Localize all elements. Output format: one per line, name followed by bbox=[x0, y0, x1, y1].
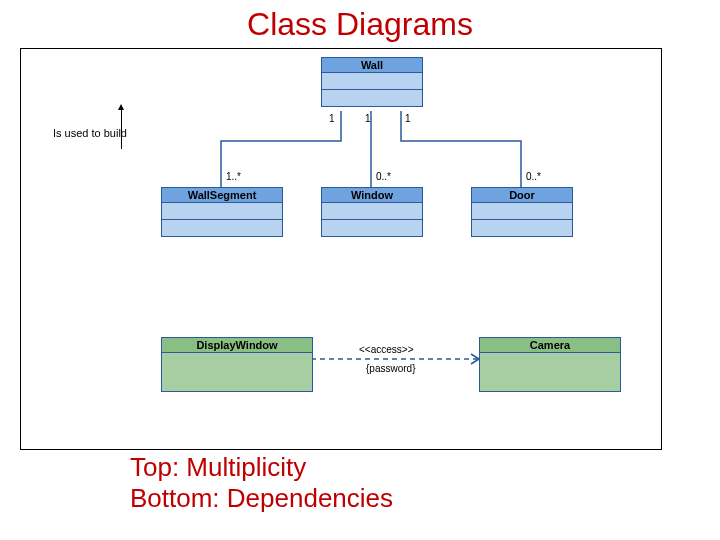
stereotype-label: <<access>> bbox=[359, 344, 413, 355]
class-name: Wall bbox=[322, 58, 422, 73]
class-name: Window bbox=[322, 188, 422, 203]
caption-line: Bottom: Dependencies bbox=[130, 483, 393, 514]
side-note: Is used to build bbox=[53, 127, 127, 139]
multiplicity-label: 1 bbox=[405, 113, 411, 124]
multiplicity-label: 1..* bbox=[226, 171, 241, 182]
class-name: WallSegment bbox=[162, 188, 282, 203]
class-camera: Camera bbox=[479, 337, 621, 392]
class-name: DisplayWindow bbox=[162, 338, 312, 353]
class-door: Door bbox=[471, 187, 573, 237]
caption-line: Top: Multiplicity bbox=[130, 452, 393, 483]
class-display-window: DisplayWindow bbox=[161, 337, 313, 392]
diagram-frame: Wall 1 1 1 1..* 0..* 0..* WallSegment Wi… bbox=[20, 48, 662, 450]
multiplicity-label: 1 bbox=[329, 113, 335, 124]
class-wall: Wall bbox=[321, 57, 423, 107]
page-title: Class Diagrams bbox=[0, 0, 720, 43]
multiplicity-label: 1 bbox=[365, 113, 371, 124]
class-wall-segment: WallSegment bbox=[161, 187, 283, 237]
class-diagram: Wall 1 1 1 1..* 0..* 0..* WallSegment Wi… bbox=[21, 49, 661, 449]
class-name: Camera bbox=[480, 338, 620, 353]
multiplicity-label: 0..* bbox=[376, 171, 391, 182]
constraint-label: {password} bbox=[366, 363, 415, 374]
caption: Top: Multiplicity Bottom: Dependencies bbox=[130, 452, 393, 514]
class-name: Door bbox=[472, 188, 572, 203]
class-window: Window bbox=[321, 187, 423, 237]
multiplicity-label: 0..* bbox=[526, 171, 541, 182]
